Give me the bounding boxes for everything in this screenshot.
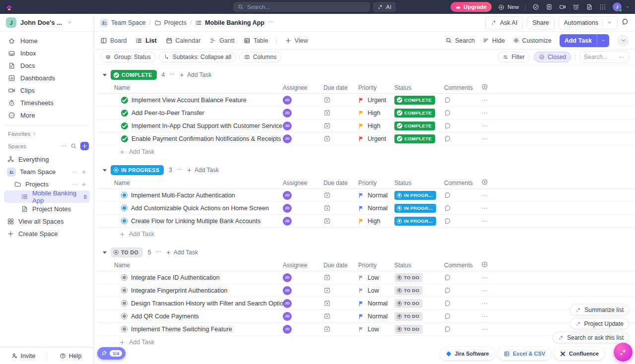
task-status-icon[interactable]: [121, 205, 127, 211]
ai-action-summarize-list[interactable]: Summarize list: [570, 304, 629, 315]
doc-icon[interactable]: [586, 3, 593, 10]
priority-cell[interactable]: High: [358, 122, 394, 129]
column-name[interactable]: Name: [97, 84, 283, 91]
row-more-button[interactable]: [481, 110, 501, 117]
assignee-avatar[interactable]: JD: [283, 325, 292, 334]
row-more-button[interactable]: [481, 205, 501, 212]
task-row[interactable]: Implement View Account Balance FeatureJD…: [97, 94, 635, 107]
group-by-pill[interactable]: Group: Status: [100, 52, 156, 62]
task-row[interactable]: Implement Multi-Factor AuthenticationJDN…: [97, 189, 635, 202]
comment-icon[interactable]: [444, 204, 451, 212]
column-assignee[interactable]: Assignee: [283, 180, 323, 186]
space-add-icon[interactable]: [81, 182, 87, 187]
column-priority[interactable]: Priority: [358, 180, 394, 186]
column-due-date[interactable]: Due date: [323, 84, 358, 91]
comment-icon[interactable]: [444, 109, 451, 117]
due-date-icon[interactable]: [323, 96, 331, 104]
priority-cell[interactable]: Normal: [358, 192, 394, 199]
group-collapse-icon[interactable]: [103, 251, 107, 254]
task-status-icon[interactable]: [121, 300, 127, 306]
column-assignee[interactable]: Assignee: [283, 262, 323, 269]
upgrade-button[interactable]: Upgrade: [450, 2, 492, 12]
integration-confluence[interactable]: Confluence: [554, 347, 604, 360]
task-complete-icon[interactable]: [121, 135, 128, 142]
space-item-view-all-spaces[interactable]: View all Spaces: [4, 215, 90, 228]
sidebar-item-clips[interactable]: Clips: [4, 84, 90, 97]
row-more-button[interactable]: [481, 287, 501, 294]
notepad-icon[interactable]: [546, 3, 553, 10]
column-status[interactable]: Status: [394, 84, 444, 91]
task-status-icon[interactable]: [121, 326, 127, 332]
breadcrumb-more-button[interactable]: [268, 18, 275, 27]
comment-icon[interactable]: [444, 135, 451, 142]
integration-jira-software[interactable]: Jira Software: [440, 347, 495, 360]
task-row[interactable]: Enable Payment Confirmation Notification…: [97, 132, 635, 145]
filter-pill[interactable]: Filter: [498, 52, 530, 62]
due-date-icon[interactable]: [323, 204, 331, 212]
automations-button[interactable]: Automations: [559, 16, 618, 29]
ai-fab-button[interactable]: [614, 343, 633, 362]
sidebar-item-docs[interactable]: Docs: [4, 60, 90, 72]
task-complete-icon[interactable]: [121, 122, 128, 129]
help-button[interactable]: Help: [47, 348, 94, 364]
trial-progress-pill[interactable]: 1/4: [97, 347, 126, 360]
comment-icon[interactable]: [444, 96, 451, 104]
tab-list[interactable]: List: [135, 37, 156, 44]
check-circle-icon[interactable]: [532, 3, 539, 10]
chat-button[interactable]: [622, 18, 629, 27]
task-name[interactable]: Integrate Face ID Authentication: [131, 274, 220, 281]
assignee-avatar[interactable]: JD: [283, 121, 292, 130]
due-date-icon[interactable]: [323, 300, 331, 307]
global-search-input[interactable]: Search...: [233, 2, 370, 12]
priority-cell[interactable]: Low: [358, 287, 394, 294]
breadcrumb-current[interactable]: Mobile Banking App: [195, 19, 264, 26]
spaces-more-icon[interactable]: [61, 143, 67, 149]
column-name[interactable]: Name: [97, 262, 283, 269]
assignee-avatar[interactable]: JD: [283, 109, 292, 118]
sidebar-item-inbox[interactable]: Inbox: [4, 47, 90, 60]
priority-cell[interactable]: Urgent: [358, 97, 394, 104]
group-collapse-icon[interactable]: [103, 74, 107, 76]
task-name[interactable]: Implement Multi-Factor Authentication: [131, 192, 235, 199]
priority-cell[interactable]: Normal: [358, 205, 394, 212]
due-date-icon[interactable]: [323, 274, 331, 281]
status-badge[interactable]: TO DO: [394, 299, 423, 308]
task-name[interactable]: Implement In-App Chat Support with Custo…: [131, 122, 282, 129]
group-add-task-button[interactable]: Add Task: [179, 71, 211, 78]
collapse-header-button[interactable]: [617, 35, 629, 47]
grid9-icon[interactable]: [599, 3, 606, 10]
task-status-icon[interactable]: [121, 274, 127, 281]
subtasks-pill[interactable]: Subtasks: Collapse all: [159, 52, 236, 62]
tab-table[interactable]: Table: [244, 37, 268, 44]
add-column-button[interactable]: [481, 83, 501, 92]
status-badge[interactable]: IN PROGR...: [394, 204, 436, 213]
assignee-avatar[interactable]: JD: [283, 191, 292, 200]
task-row[interactable]: Create Flow for Linking Multiple Bank Ac…: [97, 215, 635, 228]
task-name[interactable]: Enable Payment Confirmation Notification…: [131, 135, 281, 142]
breadcrumb-projects[interactable]: Projects: [154, 19, 187, 26]
add-column-button[interactable]: [481, 179, 501, 187]
space-item-project-notes[interactable]: Project Notes: [4, 203, 90, 215]
priority-cell[interactable]: High: [358, 218, 394, 225]
due-date-icon[interactable]: [323, 287, 331, 294]
task-name[interactable]: Integrate Fingerprint Authentication: [131, 287, 228, 294]
assignee-avatar[interactable]: JD: [283, 204, 292, 213]
comment-icon[interactable]: [444, 122, 451, 129]
assignee-avatar[interactable]: JD: [283, 273, 292, 282]
breadcrumb-team-space[interactable]: Team Space: [100, 19, 145, 27]
add-space-button[interactable]: [80, 142, 89, 150]
column-assignee[interactable]: Assignee: [283, 84, 323, 91]
add-column-button[interactable]: [481, 261, 501, 269]
favorites-toggle[interactable]: Favorites: [4, 125, 90, 138]
row-more-button[interactable]: [481, 135, 501, 142]
row-more-button[interactable]: [481, 97, 501, 104]
space-more-icon[interactable]: [71, 169, 77, 175]
comment-icon[interactable]: [444, 287, 451, 294]
tab-calendar[interactable]: Calendar: [166, 37, 201, 44]
status-badge[interactable]: COMPLETE: [394, 121, 435, 130]
priority-cell[interactable]: Normal: [358, 313, 394, 320]
ai-button[interactable]: AI: [373, 2, 396, 12]
integration-excel-csv[interactable]: Excel & CSV: [498, 347, 551, 360]
task-name[interactable]: Implement Theme Switching Feature: [131, 326, 232, 333]
ask-ai-button[interactable]: Ask AI: [485, 16, 523, 29]
